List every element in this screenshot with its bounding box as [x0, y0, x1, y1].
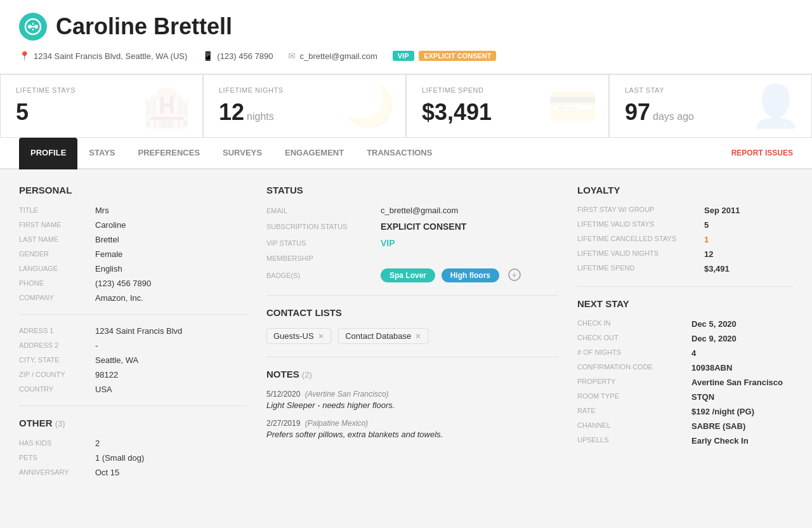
loyalty-value: 12 — [704, 249, 713, 259]
guest-name: Caroline Brettell — [56, 13, 232, 40]
next-stay-value: $192 /night (PG) — [691, 407, 754, 416]
tab-profile[interactable]: PROFILE — [19, 138, 77, 169]
field-value: 1 (Small dog) — [95, 453, 144, 463]
app-logo — [19, 13, 47, 41]
next-stay-label: CHANNEL — [577, 421, 691, 431]
other-divider — [19, 406, 247, 406]
membership-label: MEMBERSHIP — [266, 254, 381, 262]
tab-preferences[interactable]: PREFERENCES — [127, 138, 212, 169]
field-label: COUNTRY — [19, 385, 95, 394]
loyalty-section: LOYALTY FIRST STAY W/ GROUPSep 2011LIFET… — [577, 185, 793, 274]
loyalty-label: FIRST STAY W/ GROUP — [577, 206, 704, 215]
note-text: Light Sleeper - needs higher floors. — [266, 400, 558, 410]
email-text: c_brettel@gmail.com — [299, 51, 377, 61]
contact-lists-section: CONTACT LISTS Guests-US ✕ Contact Databa… — [266, 307, 558, 344]
tab-surveys[interactable]: SURVEYS — [211, 138, 273, 169]
badges-label: BADGE(S) — [266, 272, 381, 279]
personal-column: PERSONAL TITLEMrsFIRST NAMECarolineLAST … — [19, 185, 247, 482]
remove-guests-us-button[interactable]: ✕ — [318, 332, 324, 341]
address-field-row: ADRESS 11234 Saint Francis Blvd — [19, 326, 247, 336]
membership-field-row: MEMBERSHIP — [266, 254, 558, 262]
status-section-title: STATUS — [266, 185, 558, 195]
vip-field-row: VIP STATUS VIP — [266, 238, 558, 248]
field-value: (123) 456 7890 — [95, 279, 151, 288]
report-issues-button[interactable]: REPORT ISSUES — [731, 138, 793, 168]
field-label: PHONE — [19, 279, 95, 288]
personal-fields: TITLEMrsFIRST NAMECarolineLAST NAMEBrett… — [19, 206, 247, 303]
next-stay-value: Early Check In — [691, 436, 749, 446]
field-label: ANNIVERSARY — [19, 468, 95, 477]
badges-values: Spa Lover High floors + — [381, 268, 521, 282]
next-stay-fields: CHECK INDec 5, 2020CHECK OUTDec 9, 2020#… — [577, 319, 793, 446]
loyalty-field-row: LIFETIME SPEND$3,491 — [577, 264, 793, 274]
note-text: Prefers softer pillows, extra blankets a… — [266, 430, 558, 439]
loyalty-field-row: LIFETIME VALID STAYS5 — [577, 220, 793, 230]
personal-field-row: LAST NAMEBrettel — [19, 235, 247, 244]
note-location: (Palpatine Mexico) — [305, 419, 368, 428]
nav-bar: PROFILE STAYS PREFERENCES SURVEYS ENGAGE… — [0, 138, 812, 169]
other-section-title: OTHER (3) — [19, 418, 247, 428]
loyalty-label: LIFETIME CANCELLED STAYS — [577, 235, 704, 244]
next-stay-field-row: UPSELLSEarly Check In — [577, 436, 793, 446]
personal-field-row: PHONE(123) 456 7890 — [19, 279, 247, 288]
personal-field-row: TITLEMrs — [19, 206, 247, 215]
next-stay-value: STQN — [691, 392, 714, 402]
next-stay-label: CONFIRMATION CODE — [577, 363, 691, 373]
stat-value-spend: $3,491 — [422, 99, 492, 125]
phone-text: (123) 456 7890 — [217, 51, 273, 61]
note-location: (Avertine San Francisco) — [305, 390, 389, 399]
next-stay-label: PROPERTY — [577, 378, 691, 387]
tab-transactions[interactable]: TRANSACTIONS — [355, 138, 443, 169]
main-content: PERSONAL TITLEMrsFIRST NAMECarolineLAST … — [0, 169, 812, 498]
contact-lists-title: CONTACT LISTS — [266, 307, 558, 318]
field-label: FIRST NAME — [19, 220, 95, 230]
tab-engagement[interactable]: ENGAGEMENT — [273, 138, 355, 169]
stats-row: LIFETIME STAYS 5 🏨 LIFETIME NIGHTS 12nig… — [0, 74, 812, 138]
next-stay-value: Dec 5, 2020 — [691, 319, 737, 329]
next-stay-field-row: PROPERTYAvertine San Francisco — [577, 378, 793, 387]
personal-field-row: GENDERFemale — [19, 249, 247, 259]
next-stay-title: NEXT STAY — [577, 298, 793, 309]
loyalty-label: LIFETIME VALID STAYS — [577, 220, 704, 230]
field-label: PETS — [19, 453, 95, 463]
tab-stays[interactable]: STAYS — [77, 138, 126, 169]
subscription-field-row: SUBSCRIPTION STATUS EXPLICIT CONSENT — [266, 221, 558, 232]
loyalty-value: $3,491 — [704, 264, 730, 274]
next-stay-field-row: ROOM TYPESTQN — [577, 392, 793, 402]
stat-icon-nights: 🌙 — [344, 82, 395, 130]
status-divider — [266, 295, 558, 296]
stat-icon-last: 👤 — [750, 82, 801, 130]
contact-list-tags: Guests-US ✕ Contact Database ✕ — [266, 328, 558, 344]
consent-badge: EXPLICIT CONSENT — [419, 51, 496, 61]
field-label: TITLE — [19, 206, 95, 215]
stat-lifetime-stays: LIFETIME STAYS 5 🏨 — [0, 74, 203, 138]
location-icon: 📍 — [19, 51, 30, 61]
right-column: LOYALTY FIRST STAY W/ GROUPSep 2011LIFET… — [577, 185, 793, 482]
address-field-row: ADDRESS 2- — [19, 341, 247, 350]
remove-contact-database-button[interactable]: ✕ — [415, 332, 421, 341]
field-value: 1234 Saint Francis Blvd — [95, 326, 182, 336]
notes-section: NOTES (2) 5/12/2020 (Avertine San Franci… — [266, 369, 558, 439]
next-stay-field-row: RATE$192 /night (PG) — [577, 407, 793, 416]
subscription-label: SUBSCRIPTION STATUS — [266, 223, 381, 230]
next-stay-label: CHECK IN — [577, 319, 691, 329]
stat-unit-last: days ago — [653, 111, 694, 122]
middle-column: STATUS EMAIL c_brettel@gmail.com SUBSCRI… — [247, 185, 577, 482]
address-fields: ADRESS 11234 Saint Francis BlvdADDRESS 2… — [19, 326, 247, 394]
next-stay-value: SABRE (SAB) — [691, 421, 745, 431]
field-value: 98122 — [95, 370, 118, 380]
vip-status-value: VIP — [381, 238, 395, 248]
loyalty-fields: FIRST STAY W/ GROUPSep 2011LIFETIME VALI… — [577, 206, 793, 274]
next-stay-label: CHECK OUT — [577, 334, 691, 343]
loyalty-field-row: FIRST STAY W/ GROUPSep 2011 — [577, 206, 793, 215]
field-label: COMPANY — [19, 293, 95, 303]
stat-lifetime-nights: LIFETIME NIGHTS 12nights 🌙 — [203, 74, 406, 138]
next-stay-label: # OF NIGHTS — [577, 348, 691, 358]
stat-value-last: 97 — [625, 99, 650, 125]
email-icon: ✉ — [288, 51, 296, 61]
stat-value-stays: 5 — [16, 99, 29, 125]
add-badge-button[interactable]: + — [508, 268, 521, 281]
next-stay-field-row: CHECK OUTDec 9, 2020 — [577, 334, 793, 343]
next-stay-section: NEXT STAY CHECK INDec 5, 2020CHECK OUTDe… — [577, 298, 793, 446]
field-label: ADRESS 1 — [19, 326, 95, 336]
